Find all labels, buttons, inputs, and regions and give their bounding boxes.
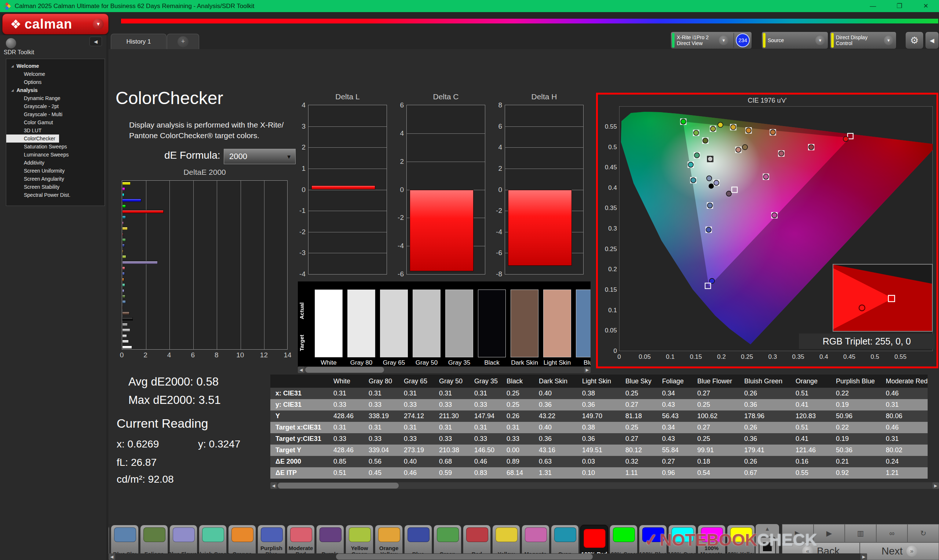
column-header-bluish-green: Bluish Green [744,375,796,388]
tab-history-1[interactable]: History 1 [111,34,167,49]
read-button[interactable]: ▶ [782,524,814,542]
row-label: Target x:CIE31 [270,422,333,433]
calman-menu-button[interactable]: ❖ calman ▼ [2,14,109,34]
cell: 0.31 [333,388,369,399]
sidebar-item-saturation-sweeps[interactable]: Saturation Sweeps [6,143,105,151]
column-header-gray-50: Gray 50 [439,375,474,388]
swatch-scrollbar[interactable]: ◀ ▶ [298,366,591,373]
y-tick-label: -2 [398,214,404,222]
deltae-chart-title: DeltaE 2000 [122,168,288,177]
source-dropdown[interactable]: Source ▼ [762,32,828,49]
scroll-right-icon[interactable]: ▶ [584,366,591,373]
sidebar-item-screen-uniformity[interactable]: Screen Uniformity [6,167,105,175]
patch-strip-scrollbar[interactable]: ◀ ▶ [109,554,867,560]
gridline [308,232,387,232]
sidebar-item-additivity[interactable]: Additivity [6,159,105,167]
chart-button[interactable]: ▥ [845,524,876,542]
sidebar-item-screen-angularity[interactable]: Screen Angularity [6,175,105,183]
sidebar-item-analysis[interactable]: ◢Analysis [6,86,105,94]
cell: 0.24 [886,456,928,467]
delta-bar [410,190,473,272]
column-header-orange: Orange [796,375,836,388]
column-header-gray-65: Gray 65 [404,375,439,388]
sidebar-item-grayscale-2pt[interactable]: Grayscale - 2pt [6,102,105,110]
sidebar-item-spectral-power-dist-[interactable]: Spectral Power Dist. [6,191,105,199]
sidebar-item-screen-stability[interactable]: Screen Stability [6,183,105,191]
link-button[interactable]: ∞ [876,524,908,542]
y-tick-label: -2 [299,228,305,236]
cell: 147.94 [474,411,507,422]
panel-collapse-button[interactable]: ◀ [925,32,939,49]
sidebar-item-welcome[interactable]: ◢Welcome [6,62,105,70]
next-button[interactable]: Next » [860,542,939,560]
cie-y-tick: 0 [614,348,617,355]
cie-x-tick: 0.5 [870,353,879,361]
gridline [146,181,146,349]
cell: 428.46 [333,445,369,456]
cell: 0.31 [369,422,404,433]
table-row: ΔE ITP0.510.450.460.590.8368.141.310.101… [270,467,928,478]
sidebar-item-grayscale-multi[interactable]: Grayscale - Multi [6,110,105,118]
minimize-button[interactable]: — [860,0,886,12]
sidebar-item-3d-lut[interactable]: 3D LUT [6,126,105,134]
settings-gear-button[interactable]: ⚙ [905,32,924,49]
cell: 0.27 [625,433,662,445]
cell: 0.55 [796,467,836,478]
meter-dropdown[interactable]: X-Rite i1Pro 2 Direct View ▼ 234 [671,32,752,49]
delta-bar [311,185,375,190]
gridline [193,181,194,349]
cie-diagram-panel[interactable]: CIE 1976 u'v' 0.550.50.450.40.350.30.250… [596,93,938,368]
cell: 43.16 [539,445,582,456]
gridline [241,181,241,349]
column-header-black: Black [507,375,539,388]
cell: 274.12 [404,411,439,422]
divider [734,33,734,48]
restore-button[interactable]: ❐ [886,0,913,12]
tree-expander-icon[interactable]: ◢ [11,62,14,70]
scroll-left-icon[interactable]: ◀ [298,366,304,373]
sidebar-item-colorchecker[interactable]: ColorChecker [6,134,59,143]
row-label: Target Y [270,445,333,456]
swatch-label: Gray 80 [344,359,379,366]
sidebar-item-options[interactable]: Options [6,78,105,86]
add-tab-button[interactable]: + [167,34,199,49]
cell: 0.46 [886,388,928,399]
deltae-bar-100-yellow [122,182,131,185]
table-scrollbar[interactable]: ◀ ▶ [270,482,939,489]
deltae-bar-cyan [122,215,126,219]
sidebar-collapse-button[interactable]: ◀ [89,37,102,46]
scroll-left-icon[interactable]: ◀ [109,554,115,560]
meter-count-badge[interactable]: 234 [736,33,750,47]
cell: 0.31 [886,399,928,411]
cell: 0.33 [404,399,439,411]
cell: 55.84 [662,445,697,456]
display-control-dropdown[interactable]: Direct Display Control ▼ [830,32,896,49]
table-row: ΔE 20000.850.560.400.680.460.890.630.030… [270,456,928,467]
de-formula-select[interactable]: 2000 ▼ [224,149,296,164]
close-button[interactable]: ✕ [913,0,939,12]
scroll-right-icon[interactable]: ▶ [860,554,867,560]
sidebar-item-color-gamut[interactable]: Color Gamut [6,118,105,126]
row-label: ΔE 2000 [270,456,333,467]
refresh-button[interactable]: ↻ [907,524,939,542]
gridline [264,181,264,349]
sidebar-item-dynamic-range[interactable]: Dynamic Range [6,94,105,102]
cell: 0.26 [507,411,539,422]
sidebar-orb-button[interactable] [6,38,16,48]
sidebar-item-welcome[interactable]: Welcome [6,70,105,78]
continuous-read-button[interactable]: ▶ [814,524,845,542]
collapse-up-icon[interactable]: ▲ [761,526,774,535]
deltae-bar-gray-35 [122,323,128,326]
current-x: x: 0.6269 [117,438,159,450]
cell: 1.21 [886,467,928,478]
gridline [308,147,387,148]
column-header-blue-flower: Blue Flower [697,375,744,388]
scroll-left-icon[interactable]: ◀ [270,482,277,489]
cell: 0.25 [625,388,662,399]
scroll-right-icon[interactable]: ▶ [933,482,939,489]
gridline [505,169,583,169]
sidebar-item-luminance-sweeps[interactable]: Luminance Sweeps [6,151,105,159]
cell: 0.27 [662,456,697,467]
tree-expander-icon[interactable]: ◢ [11,86,14,95]
cell: 0.25 [697,399,744,411]
